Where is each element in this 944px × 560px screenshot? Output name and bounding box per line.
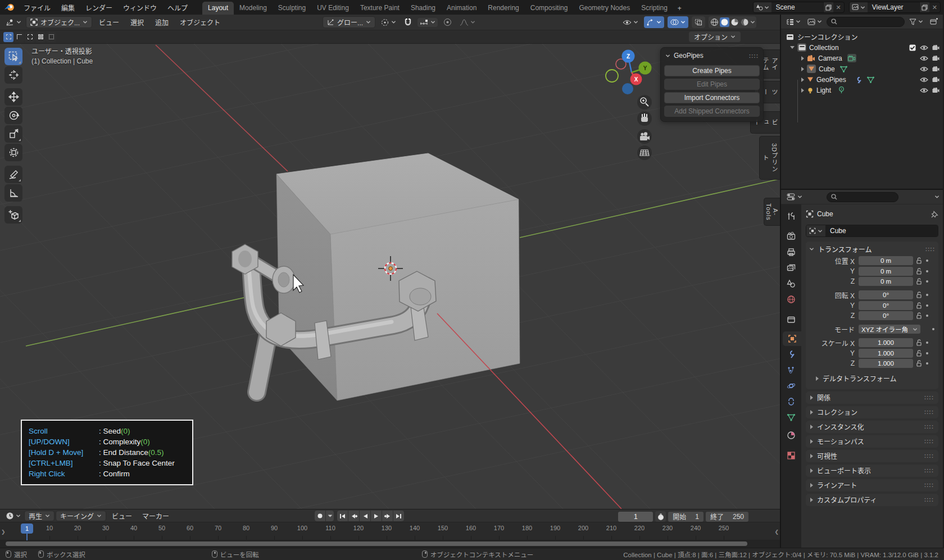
playback-dropdown[interactable]: 再生 bbox=[24, 511, 55, 521]
hide-eye-icon[interactable] bbox=[920, 56, 928, 61]
ortho-toggle-button[interactable] bbox=[637, 145, 652, 160]
tab-object[interactable] bbox=[783, 331, 801, 346]
select-mode-invert-button[interactable] bbox=[35, 32, 46, 42]
delta-transform-section[interactable]: デルタトランスフォーム bbox=[816, 373, 935, 384]
lock-icon[interactable] bbox=[916, 278, 922, 285]
options-dropdown[interactable]: オプション bbox=[689, 31, 741, 42]
scale-tool[interactable] bbox=[4, 125, 22, 143]
mesh-data-icon[interactable] bbox=[840, 66, 847, 72]
tab-tool[interactable] bbox=[781, 209, 801, 224]
cube-object-row[interactable]: Cube bbox=[781, 63, 943, 74]
scene-collection-row[interactable]: シーンコレクション bbox=[781, 31, 943, 42]
outliner-search-input[interactable] bbox=[827, 17, 905, 27]
menu-render[interactable]: レンダー bbox=[80, 1, 117, 14]
frame-end-field[interactable]: 終了250 bbox=[706, 512, 748, 522]
section-viewport-display[interactable]: ビューポート表示:::: bbox=[806, 465, 938, 477]
lock-icon[interactable] bbox=[916, 312, 922, 319]
outliner-display-mode-button[interactable] bbox=[784, 17, 803, 26]
cube-object[interactable] bbox=[276, 153, 520, 400]
panel-grip-icon[interactable]: :::: bbox=[924, 467, 934, 474]
object-id-icon[interactable] bbox=[806, 225, 825, 236]
select-mode-extend-button[interactable] bbox=[14, 32, 24, 42]
scale-z-field[interactable]: 1.000 bbox=[859, 359, 913, 368]
snap-target-dropdown[interactable] bbox=[417, 18, 438, 27]
next-keyframe-button[interactable] bbox=[382, 511, 393, 521]
render-camera-icon[interactable] bbox=[932, 66, 940, 72]
expand-arrow-icon[interactable] bbox=[801, 56, 804, 61]
hide-eye-icon[interactable] bbox=[920, 88, 928, 93]
object-name-field[interactable]: Cube bbox=[806, 225, 938, 237]
tab-compositing[interactable]: Compositing bbox=[525, 2, 574, 15]
pan-button[interactable] bbox=[637, 111, 652, 126]
expand-arrow-icon[interactable] bbox=[801, 88, 804, 93]
collapse-chevron-icon[interactable] bbox=[665, 54, 670, 58]
proportional-falloff-dropdown[interactable] bbox=[457, 17, 478, 27]
sidebar-tab-atools[interactable]: A-Tools bbox=[764, 198, 780, 226]
animate-dot[interactable] bbox=[926, 294, 928, 296]
rotation-mode-dropdown[interactable]: XYZ オイラー角 bbox=[859, 325, 920, 334]
keying-set-chevron[interactable] bbox=[326, 511, 334, 521]
panel-grip-icon[interactable]: :::: bbox=[924, 482, 934, 488]
scale-x-field[interactable]: 1.000 bbox=[859, 338, 913, 347]
tab-physics[interactable] bbox=[781, 379, 801, 393]
animate-dot[interactable] bbox=[926, 362, 928, 365]
lock-icon[interactable] bbox=[916, 360, 922, 367]
timeline-menu-view[interactable]: ビュー bbox=[107, 509, 137, 522]
expand-arrow-icon[interactable] bbox=[801, 67, 804, 71]
transform-panel-header[interactable]: トランスフォーム :::: bbox=[809, 243, 935, 255]
tab-modeling[interactable]: Modeling bbox=[234, 2, 273, 15]
scene-name[interactable]: Scene bbox=[771, 3, 823, 11]
animate-dot[interactable] bbox=[926, 304, 928, 307]
animate-dot[interactable] bbox=[926, 280, 928, 283]
tab-animation[interactable]: Animation bbox=[441, 2, 482, 15]
menu-help[interactable]: ヘルプ bbox=[162, 1, 193, 14]
create-pipes-button[interactable]: Create Pipes bbox=[664, 65, 760, 76]
add-workspace-button[interactable]: + bbox=[673, 2, 686, 15]
hide-eye-icon[interactable] bbox=[920, 66, 928, 72]
camera-object-row[interactable]: Camera bbox=[781, 53, 943, 63]
render-camera-icon[interactable] bbox=[932, 56, 940, 61]
play-button[interactable] bbox=[371, 511, 382, 521]
lock-icon[interactable] bbox=[916, 339, 922, 346]
panel-grip-icon[interactable]: :::: bbox=[924, 409, 934, 415]
scene-unlink-button[interactable]: ✕ bbox=[833, 4, 844, 11]
timeline-ruler[interactable]: ❯ ❮ 1 1020304050607080901001101201301401… bbox=[0, 522, 780, 540]
tab-output[interactable] bbox=[781, 245, 801, 259]
location-z-field[interactable]: 0 m bbox=[859, 277, 913, 286]
shading-solid-button[interactable] bbox=[720, 17, 729, 27]
prev-keyframe-button[interactable] bbox=[348, 511, 359, 521]
lock-icon[interactable] bbox=[916, 350, 922, 357]
rotation-z-field[interactable]: 0° bbox=[859, 311, 913, 320]
lock-icon[interactable] bbox=[916, 302, 922, 309]
hide-eye-icon[interactable] bbox=[920, 45, 928, 51]
animate-dot[interactable] bbox=[926, 259, 928, 262]
tab-modifiers[interactable] bbox=[781, 347, 801, 362]
light-data-icon[interactable] bbox=[838, 86, 845, 94]
collection-row[interactable]: Collection bbox=[781, 42, 943, 53]
timeline-scrollbar[interactable] bbox=[6, 541, 747, 546]
section-line-art[interactable]: ラインアート:::: bbox=[806, 479, 938, 491]
stopwatch-icon[interactable] bbox=[655, 511, 666, 522]
jump-to-end-button[interactable] bbox=[393, 511, 404, 521]
rotation-y-field[interactable]: 0° bbox=[859, 301, 913, 310]
pin-icon[interactable] bbox=[931, 211, 938, 218]
tab-rendering[interactable]: Rendering bbox=[482, 2, 524, 15]
viewlayer-copy-button[interactable] bbox=[919, 2, 929, 12]
tab-layout[interactable]: Layout bbox=[202, 2, 234, 15]
edit-pipes-button[interactable]: Edit Pipes bbox=[664, 79, 760, 90]
tab-texture-paint[interactable]: Texture Paint bbox=[355, 2, 405, 15]
properties-editor-type-button[interactable] bbox=[784, 192, 805, 202]
panel-grip-icon[interactable]: :::: bbox=[925, 246, 935, 252]
panel-grip-icon[interactable]: :::: bbox=[924, 424, 934, 430]
add-cube-tool[interactable] bbox=[4, 206, 22, 224]
transform-tool[interactable] bbox=[4, 144, 22, 161]
menu-view[interactable]: ビュー bbox=[94, 16, 124, 29]
panel-grip-icon[interactable]: :::: bbox=[749, 53, 759, 59]
tab-world[interactable] bbox=[781, 292, 801, 307]
shading-material-button[interactable] bbox=[730, 17, 739, 27]
measure-tool[interactable] bbox=[4, 184, 22, 202]
tab-shading[interactable]: Shading bbox=[405, 2, 441, 15]
scale-y-field[interactable]: 1.000 bbox=[859, 349, 913, 358]
section-instancing[interactable]: インスタンス化:::: bbox=[806, 421, 938, 433]
section-custom-properties[interactable]: カスタムプロパティ:::: bbox=[806, 494, 938, 506]
